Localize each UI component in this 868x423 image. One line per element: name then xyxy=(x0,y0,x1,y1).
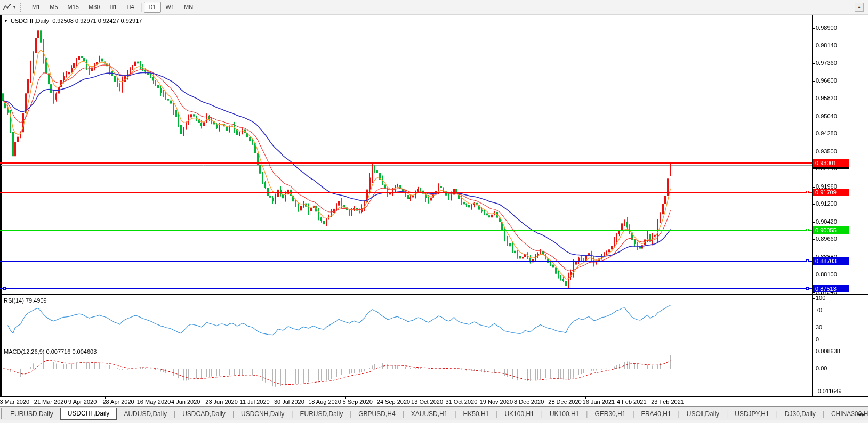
chart-tab-gbpusd-h4[interactable]: GBPUSD,H4 xyxy=(351,408,402,419)
date-axis-label: 24 Sep 2020 xyxy=(377,398,410,405)
line-handle-icon[interactable] xyxy=(806,229,809,231)
timeframe-button-w1[interactable]: W1 xyxy=(161,2,180,13)
timeframe-button-m15[interactable]: M15 xyxy=(63,2,84,13)
date-axis-label: 16 May 2020 xyxy=(137,398,171,405)
hline-price-label: 0.91709 xyxy=(813,189,849,196)
chart-tab-fra40-h1[interactable]: FRA40,H1 xyxy=(634,408,678,419)
tab-scroll-right-icon[interactable]: ▸ xyxy=(862,411,866,417)
timeframe-button-group: M1M5M15M30H1H4D1W1MN xyxy=(27,2,203,13)
hline-price-label: 0.90055 xyxy=(813,226,849,234)
date-axis-label: 30 Jul 2020 xyxy=(274,398,304,405)
chart-tab-usdjpy-h1[interactable]: USDJPY,H1 xyxy=(728,408,776,419)
price-tick-label: 0.95820 xyxy=(816,95,837,101)
date-axis-label: 13 Oct 2020 xyxy=(411,398,443,405)
price-tick-label: 0.89660 xyxy=(816,235,837,242)
macd-tick-label: 0.00 xyxy=(816,365,827,371)
chart-ohlc-header: ▼ USDCHF,Daily 0.92508 0.92971 0.92427 0… xyxy=(4,18,142,24)
chart-tab-ger30-h1[interactable]: GER30,H1 xyxy=(588,408,632,419)
line-studies-icon[interactable] xyxy=(2,3,13,12)
chart-tab-usdchf-daily[interactable]: USDCHF,Daily xyxy=(60,408,117,420)
horizontal-line-0.91709[interactable] xyxy=(0,192,812,193)
price-tick-label: 0.96600 xyxy=(816,77,837,84)
chart-tab-dj30-daily[interactable]: DJ30,Daily xyxy=(778,408,823,419)
tabbar-edge-handle[interactable] xyxy=(1,408,2,419)
ohlc-readout: USDCHF,Daily 0.92508 0.92971 0.92427 0.9… xyxy=(11,18,142,24)
rsi-tick-label: 70 xyxy=(816,307,822,313)
chevron-down-icon[interactable]: ▾ xyxy=(13,5,15,10)
toolbar-grip[interactable] xyxy=(20,3,23,12)
horizontal-line-0.93001[interactable] xyxy=(0,162,812,164)
chart-tab-audusd-daily[interactable]: AUDUSD,Daily xyxy=(117,408,174,419)
date-axis-label: 28 Apr 2020 xyxy=(102,398,134,405)
macd-tick-label: 0.008638 xyxy=(816,348,840,354)
timeframe-button-d1[interactable]: D1 xyxy=(144,2,161,13)
rsi-tick-label: 0 xyxy=(816,336,819,343)
macd-tick-label: -0.011649 xyxy=(816,388,842,394)
chart-tab-uk100-h1[interactable]: UK100,H1 xyxy=(543,408,586,419)
date-axis-label: 4 Jun 2020 xyxy=(171,398,200,405)
chart-tab-xauusd-h1[interactable]: XAUUSD,H1 xyxy=(404,408,455,419)
date-axis-label: 23 Jun 2020 xyxy=(205,398,238,405)
price-tick-label: 0.95040 xyxy=(816,113,837,119)
chart-canvas[interactable] xyxy=(0,15,868,406)
chart-tab-uk100-h1[interactable]: UK100,H1 xyxy=(497,408,541,419)
chart-tab-usdcnh-daily[interactable]: USDCNH,Daily xyxy=(234,408,291,419)
horizontal-line-0.90055[interactable] xyxy=(0,230,812,231)
tabbar-groove xyxy=(0,420,868,423)
macd-indicator-label: MACD(12,26,9) 0.007716 0.004603 xyxy=(4,348,97,355)
date-axis-label: 4 Feb 2021 xyxy=(617,398,647,405)
line-handle-icon[interactable] xyxy=(806,259,809,262)
timeframe-button-mn[interactable]: MN xyxy=(179,2,198,13)
line-handle-icon[interactable] xyxy=(806,191,809,193)
price-tick-label: 0.91200 xyxy=(816,200,837,207)
date-axis-label: 8 Dec 2020 xyxy=(514,398,544,405)
price-tick-label: 0.98140 xyxy=(816,42,837,48)
date-axis-label: 11 Jul 2020 xyxy=(240,398,270,405)
date-axis-label: 23 Feb 2021 xyxy=(651,398,684,405)
timeframe-button-m30[interactable]: M30 xyxy=(84,2,105,13)
chart-tab-hk50-h1[interactable]: HK50,H1 xyxy=(456,408,496,419)
price-tick-label: 0.97360 xyxy=(816,60,837,66)
date-axis-label: 19 Nov 2020 xyxy=(480,398,513,405)
chart-tab-usoil-daily[interactable]: USOil,Daily xyxy=(680,408,726,419)
timeframe-button-m1[interactable]: M1 xyxy=(27,2,45,13)
chart-tab-eurusd-daily[interactable]: EURUSD,Daily xyxy=(3,408,60,419)
tabs-holder: EURUSD,DailyUSDCHF,DailyAUDUSD,Daily|USD… xyxy=(3,408,868,420)
price-tick-label: 0.90420 xyxy=(816,218,837,225)
price-tick-label: 0.94280 xyxy=(816,130,837,136)
timeframe-button-m5[interactable]: M5 xyxy=(45,2,62,13)
collapse-triangle-icon[interactable]: ▼ xyxy=(4,19,8,23)
date-axis-label: 31 Oct 2020 xyxy=(445,398,477,405)
tab-scroll-left-icon[interactable]: ◂ xyxy=(858,411,862,417)
rsi-tick-label: 100 xyxy=(816,295,825,301)
chart-tab-usdcad-daily[interactable]: USDCAD,Daily xyxy=(175,408,232,419)
line-handle-icon[interactable] xyxy=(3,287,6,290)
date-axis-label: 5 Sep 2020 xyxy=(343,398,373,405)
date-axis-label: 28 Dec 2020 xyxy=(548,398,581,405)
date-axis-label: 3 Mar 2020 xyxy=(0,398,29,405)
timeframe-button-h4[interactable]: H4 xyxy=(122,2,139,13)
horizontal-line-0.88703[interactable] xyxy=(0,261,812,262)
date-axis-label: 16 Jan 2021 xyxy=(583,398,615,405)
hline-price-label: 0.87513 xyxy=(813,285,849,292)
chart-tab-eurusd-daily[interactable]: EURUSD,Daily xyxy=(293,408,350,419)
timeframe-button-h1[interactable]: H1 xyxy=(105,2,122,13)
tab-scroll-arrows[interactable]: ◂▸ xyxy=(858,411,866,417)
hline-price-label: 0.93001 xyxy=(813,159,849,167)
date-axis-label: 9 Apr 2020 xyxy=(68,398,97,405)
price-tick-label: 0.88100 xyxy=(816,271,837,278)
hline-price-label: 0.88703 xyxy=(813,257,849,265)
rsi-indicator-label: RSI(14) 79.4909 xyxy=(4,297,47,304)
toolbar-overflow-button[interactable]: ▴ xyxy=(855,3,864,12)
horizontal-line-0.87513[interactable] xyxy=(0,288,812,289)
toolbar-separator xyxy=(200,3,200,12)
date-axis-label: 21 Mar 2020 xyxy=(34,398,67,405)
toolbar-separator xyxy=(141,3,142,12)
line-handle-icon[interactable] xyxy=(806,287,809,290)
price-tick-label: 0.98900 xyxy=(816,25,837,31)
top-toolbar: ▾ M1M5M15M30H1H4D1W1MN ▴ xyxy=(0,0,868,15)
rsi-tick-label: 30 xyxy=(816,324,822,330)
price-tick-label: 0.93500 xyxy=(816,148,837,154)
date-axis-label: 18 Aug 2020 xyxy=(308,398,341,405)
